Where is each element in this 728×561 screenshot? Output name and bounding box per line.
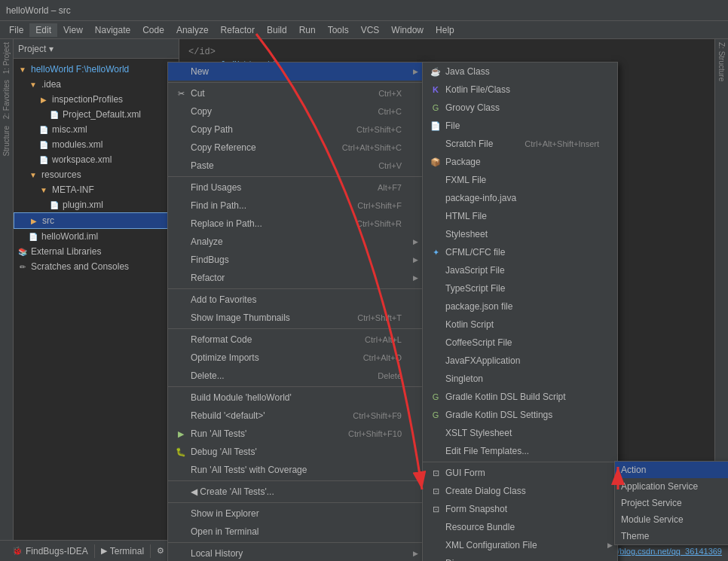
tree-item-idea[interactable]: ▼ .idea <box>14 77 179 92</box>
ctx-copy-ref[interactable]: Copy Reference Ctrl+Alt+Shift+C <box>168 139 423 157</box>
menu-navigate[interactable]: Navigate <box>89 23 136 37</box>
tree-item-helloworld[interactable]: ▼ helloWorld F:\helloWorld <box>14 62 179 77</box>
new-resource-bundle-label: Resource Bundle <box>445 522 515 532</box>
menu-build[interactable]: Build <box>261 23 293 37</box>
left-strip-structure[interactable]: Structure <box>2 123 11 160</box>
menu-analyze[interactable]: Analyze <box>170 23 215 37</box>
left-strip-favorites[interactable]: 2: Favorites <box>2 77 11 122</box>
new-file[interactable]: 📄 File <box>423 117 617 135</box>
menu-code[interactable]: Code <box>136 23 170 37</box>
left-strip-project[interactable]: 1: Project <box>2 39 11 77</box>
ctx-reformat[interactable]: Reformat Code Ctrl+Alt+L <box>168 331 423 349</box>
terminal-tab[interactable]: ▶ Terminal <box>95 544 151 558</box>
tree-item-workspace[interactable]: 📄 workspace.xml <box>14 152 179 167</box>
project-panel-header[interactable]: Project ▾ <box>14 39 179 59</box>
ctx-delete[interactable]: Delete... Delete <box>168 367 423 385</box>
new-javascript[interactable]: JavaScript File <box>423 261 617 279</box>
sep1 <box>168 82 423 83</box>
javafx-icon <box>429 354 442 367</box>
new-cfml[interactable]: ✦ CFML/CFC file <box>423 243 617 261</box>
ctx-copy-path[interactable]: Copy Path Ctrl+Shift+C <box>168 120 423 139</box>
new-resource-bundle[interactable]: Resource Bundle <box>423 518 617 536</box>
new-create-dialog[interactable]: ⊡ Create Dialog Class <box>423 482 617 500</box>
menu-refactor[interactable]: Refactor <box>215 23 261 37</box>
ctx-open-terminal[interactable]: Open in Terminal <box>168 523 423 541</box>
menu-file[interactable]: File <box>3 23 29 37</box>
new-form-snapshot[interactable]: ⊡ Form Snapshot <box>423 500 617 518</box>
plugin-action[interactable]: Action <box>615 462 728 478</box>
new-coffeescript[interactable]: CoffeeScript File <box>423 334 617 352</box>
menu-help[interactable]: Help <box>430 23 460 37</box>
new-package-json[interactable]: package.json file <box>423 297 617 316</box>
ctx-debug-tests[interactable]: 🐛 Debug 'All Tests' <box>168 443 423 461</box>
ctx-paste[interactable]: Paste Ctrl+V <box>168 157 423 175</box>
new-java-class[interactable]: ☕ Java Class <box>423 63 617 81</box>
ctx-find-usages[interactable]: Find Usages Alt+F7 <box>168 178 423 197</box>
tree-item-resources[interactable]: ▼ resources <box>14 167 179 182</box>
file-icon-workspace: 📄 <box>38 154 50 166</box>
new-html[interactable]: HTML File <box>423 207 617 225</box>
plugin-project-service[interactable]: Project Service <box>615 495 728 511</box>
new-fxml[interactable]: FXML File <box>423 171 617 189</box>
ctx-cut[interactable]: ✂ Cut Ctrl+X <box>168 84 423 102</box>
ctx-replace-in-path[interactable]: Replace in Path... Ctrl+Shift+R <box>168 215 423 233</box>
ctx-refactor[interactable]: Refactor <box>168 269 423 287</box>
menu-edit[interactable]: Edit <box>29 23 57 37</box>
ctx-create-tests[interactable]: ◀ Create 'All Tests'... <box>168 483 423 501</box>
findbugs-tab[interactable]: 🐞 FindBugs-IDEA <box>6 544 95 558</box>
menu-window[interactable]: Window <box>385 23 430 37</box>
ctx-new[interactable]: New <box>168 63 423 81</box>
plugin-theme[interactable]: Theme <box>615 528 728 544</box>
tree-item-inspectionprofiles[interactable]: ▶ inspectionProfiles <box>14 92 179 107</box>
new-kotlin-script[interactable]: Kotlin Script <box>423 316 617 334</box>
tree-item-metainf[interactable]: ▼ META-INF <box>14 182 179 197</box>
menu-vcs[interactable]: VCS <box>355 23 386 37</box>
menu-tools[interactable]: Tools <box>322 23 355 37</box>
ctx-run-coverage[interactable]: Run 'All Tests' with Coverage <box>168 461 423 479</box>
new-package[interactable]: 📦 Package <box>423 153 617 171</box>
ctx-run-tests-shortcut: Ctrl+Shift+F10 <box>348 429 414 438</box>
ctx-run-tests[interactable]: ▶ Run 'All Tests' Ctrl+Shift+F10 <box>168 425 423 443</box>
ctx-findbugs[interactable]: FindBugs <box>168 251 423 269</box>
ctx-show-image[interactable]: Show Image Thumbnails Ctrl+Shift+T <box>168 309 423 327</box>
new-gradle-kotlin-dsl[interactable]: G Gradle Kotlin DSL Build Script <box>423 388 617 406</box>
new-xslt[interactable]: XSLT Stylesheet <box>423 424 617 442</box>
tree-item-scratches[interactable]: ✏ Scratches and Consoles <box>14 259 179 274</box>
action-icon: ⚙ <box>157 546 164 556</box>
ctx-local-history[interactable]: Local History <box>168 544 423 561</box>
tree-item-project-default[interactable]: 📄 Project_Default.xml <box>14 107 179 122</box>
new-scratch[interactable]: Scratch File Ctrl+Alt+Shift+Insert <box>423 135 617 153</box>
new-kotlin-class[interactable]: K Kotlin File/Class <box>423 81 617 99</box>
new-stylesheet[interactable]: Stylesheet <box>423 225 617 243</box>
ctx-analyze[interactable]: Analyze <box>168 233 423 251</box>
ctx-copy[interactable]: Copy Ctrl+C <box>168 102 423 120</box>
tree-item-misc[interactable]: 📄 misc.xml <box>14 122 179 137</box>
ctx-optimize[interactable]: Optimize Imports Ctrl+Alt+O <box>168 349 423 367</box>
new-javafx[interactable]: JavaFXApplication <box>423 352 617 370</box>
ctx-find-in-path[interactable]: Find in Path... Ctrl+Shift+F <box>168 197 423 215</box>
new-singleton[interactable]: Singleton <box>423 370 617 388</box>
new-edit-templates[interactable]: Edit File Templates... <box>423 442 617 460</box>
tree-item-helloworld-iml[interactable]: 📄 helloWorld.iml <box>14 229 179 244</box>
new-package-info[interactable]: package-info.java <box>423 189 617 207</box>
menu-view[interactable]: View <box>57 23 89 37</box>
right-strip-label[interactable]: Z: Structure <box>717 39 726 84</box>
tree-label-resources: resources <box>41 169 81 180</box>
new-typescript[interactable]: TypeScript File <box>423 279 617 297</box>
new-gradle-kotlin-settings[interactable]: G Gradle Kotlin DSL Settings <box>423 406 617 424</box>
new-xml-config[interactable]: XML Configuration File <box>423 536 617 554</box>
tree-item-src[interactable]: ▶ src <box>14 212 179 229</box>
new-gui-form[interactable]: ⊡ GUI Form <box>423 464 617 482</box>
ctx-show-explorer[interactable]: Show in Explorer <box>168 505 423 523</box>
ctx-build-module[interactable]: Build Module 'helloWorld' <box>168 389 423 407</box>
ctx-rebuild[interactable]: Rebuild '<default>' Ctrl+Shift+F9 <box>168 407 423 425</box>
plugin-app-service[interactable]: Application Service <box>615 478 728 495</box>
tree-item-plugin[interactable]: 📄 plugin.xml <box>14 197 179 212</box>
new-diagram[interactable]: Diagram <box>423 554 617 561</box>
tree-item-modules[interactable]: 📄 modules.xml <box>14 137 179 152</box>
plugin-module-service[interactable]: Module Service <box>615 511 728 528</box>
ctx-add-favorites[interactable]: Add to Favorites <box>168 291 423 309</box>
menu-run[interactable]: Run <box>293 23 322 37</box>
tree-item-external-libs[interactable]: 📚 External Libraries <box>14 244 179 259</box>
new-groovy-class[interactable]: G Groovy Class <box>423 99 617 117</box>
